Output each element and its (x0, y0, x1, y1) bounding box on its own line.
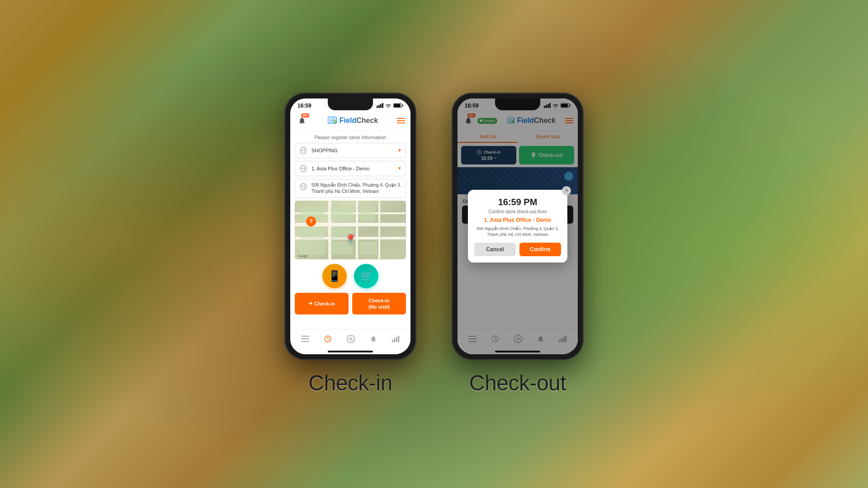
location-icon (299, 182, 308, 191)
shopping-dropdown[interactable]: SHOPPING ▼ (295, 143, 406, 158)
store-value: 1. Asia Plus Office - Demo (311, 166, 394, 171)
globe-icon (299, 146, 308, 155)
shopping-value: SHOPPING (311, 148, 394, 153)
svg-rect-1 (394, 104, 401, 107)
map-question: ? (306, 216, 316, 226)
checkout-phone: 16:59 (452, 93, 583, 360)
bottom-nav (290, 329, 410, 349)
modal-confirm-text: Confirm store check-out from (474, 209, 561, 214)
svg-rect-15 (301, 338, 309, 339)
nav-list[interactable] (297, 334, 313, 344)
home-bar (328, 351, 373, 352)
google-label: Google (297, 254, 308, 258)
checkin-section: 16:59 (285, 93, 416, 395)
map-area: 📍 ? Google (295, 201, 406, 259)
wifi-icon (385, 103, 392, 108)
svg-rect-26 (398, 336, 399, 342)
checkin-content: Please register store information SHOPPI… (290, 131, 410, 329)
app-name: FieldCheck (340, 117, 378, 125)
modal-overlay: ✕ 16:59 PM Confirm store check-out from … (458, 99, 578, 354)
checkin-label: Check-in (308, 371, 392, 395)
checkout-modal: ✕ 16:59 PM Confirm store check-out from … (468, 190, 567, 263)
store-dropdown[interactable]: 1. Asia Plus Office - Demo ▼ (295, 161, 406, 176)
battery-icon (393, 103, 403, 108)
status-time: 16:59 (297, 103, 311, 109)
checkin-phone: 16:59 (285, 93, 416, 360)
nav-bell[interactable] (366, 333, 381, 345)
menu-button[interactable] (397, 118, 405, 123)
checkin-screen: 16:59 (290, 99, 410, 354)
modal-time: 16:59 PM (474, 197, 561, 207)
nav-chart[interactable] (388, 333, 403, 344)
checkin-no-visit-button[interactable]: Check-in (No visit) (352, 293, 406, 315)
svg-rect-25 (396, 337, 397, 343)
checkout-screen: 16:59 (458, 99, 578, 354)
nav-clock[interactable] (320, 333, 335, 345)
checkin-button[interactable]: ➜ Check-in (295, 293, 349, 315)
status-icons (377, 103, 403, 108)
map-background: 📍 ? Google (295, 201, 406, 259)
map-pin: 📍 (344, 234, 357, 246)
bell-badge: 99+ (301, 113, 309, 117)
bell-icon (298, 117, 306, 125)
svg-rect-14 (301, 336, 309, 337)
action-icons-row: 📱 🛒 (290, 259, 410, 291)
cancel-button[interactable]: Cancel (474, 243, 516, 256)
signal-bars (377, 103, 383, 108)
selfie-button[interactable]: 📱 (322, 264, 347, 288)
checkin-buttons-row: ➜ Check-in Check-in (No visit) (295, 293, 406, 315)
camera-button[interactable]: 🛒 (354, 264, 378, 288)
chevron-down-icon: ▼ (397, 148, 402, 153)
svg-rect-23 (392, 340, 393, 343)
nav-add[interactable] (343, 333, 359, 345)
svg-rect-24 (394, 338, 395, 343)
globe-icon-2 (299, 164, 308, 173)
svg-rect-2 (402, 105, 403, 107)
register-text: Please register store information (290, 131, 410, 143)
modal-close-button[interactable]: ✕ (562, 186, 571, 195)
address-text: 506 Nguyễn Đình Chiểu, Phường 4, Quận 3,… (311, 182, 402, 195)
fieldcheck-logo-icon (327, 116, 337, 126)
modal-buttons: Cancel Confirm (474, 243, 561, 256)
confirm-button[interactable]: Confirm (519, 243, 561, 256)
chevron-down-icon-2: ▼ (397, 166, 402, 171)
app-header: 99+ FieldCheck (290, 111, 410, 131)
checkout-label: Check-out (469, 371, 566, 395)
checkout-section: 16:59 (452, 93, 583, 395)
address-row: 506 Nguyễn Đình Chiểu, Phường 4, Quận 3,… (295, 179, 406, 198)
bell-button[interactable]: 99+ (296, 114, 308, 127)
modal-store-name: 1. Asia Plus Office - Demo (474, 217, 561, 223)
phone-notch (328, 99, 373, 110)
main-scene: 16:59 (0, 0, 868, 488)
svg-line-19 (328, 339, 329, 340)
modal-address: 506 Nguyễn Đình Chiểu, Phường 4, Quận 3,… (474, 226, 561, 237)
svg-rect-16 (301, 341, 309, 342)
app-logo: FieldCheck (308, 116, 397, 126)
